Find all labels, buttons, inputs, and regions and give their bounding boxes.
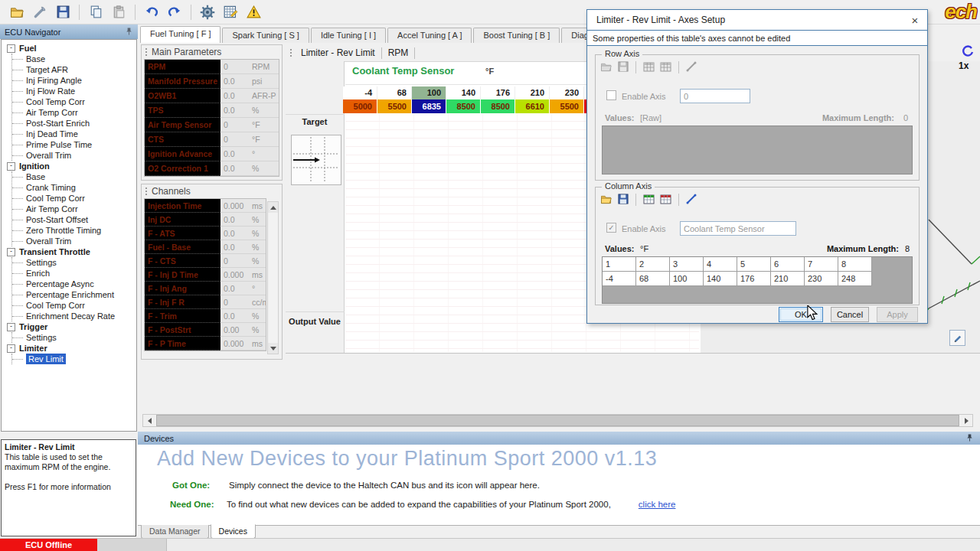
row-axis-name-input[interactable]: 0	[680, 89, 750, 103]
axis-cell-4[interactable]: -4	[603, 272, 636, 286]
paste-icon[interactable]	[109, 3, 128, 21]
axis-cell-5[interactable]: 5	[737, 257, 771, 272]
interpolate-icon[interactable]	[686, 61, 697, 73]
scrollbar-thumb[interactable]	[156, 415, 959, 426]
tree-item-inj-firing-angle[interactable]: Inj Firing Angle	[12, 75, 136, 86]
delete-column-icon[interactable]	[660, 194, 671, 206]
copy-icon[interactable]	[87, 3, 105, 21]
tab-spark-tuning-s[interactable]: Spark Tuning [ S ]	[222, 28, 309, 43]
tree-node-ignition[interactable]: -Ignition	[2, 161, 136, 171]
scroll-left-icon[interactable]	[143, 415, 155, 426]
axis-cell-7[interactable]: 7	[805, 257, 838, 272]
tree-item-overall-trim[interactable]: Overall Trim	[12, 150, 136, 161]
tab-rpm[interactable]: RPM	[388, 47, 409, 58]
grid-cell-100[interactable]: 6835	[412, 99, 446, 113]
connect-icon[interactable]	[31, 3, 49, 21]
axis-cell-100[interactable]: 100	[670, 272, 704, 286]
axis-cell-140[interactable]: 140	[704, 272, 737, 286]
tab-boost-tuning-b[interactable]: Boost Tuning [ B ]	[473, 28, 560, 43]
axis-cell-230[interactable]: 230	[805, 272, 838, 286]
warning-icon[interactable]	[244, 3, 263, 21]
close-icon[interactable]: ×	[907, 12, 923, 28]
tree-item-cool-temp-corr[interactable]: Cool Temp Corr	[12, 193, 136, 204]
load-axis-icon[interactable]	[600, 62, 612, 73]
grid-cell-68[interactable]: 5500	[377, 99, 412, 113]
axis-cell-68[interactable]: 68	[636, 272, 670, 286]
grid-cell-176[interactable]: 8500	[481, 99, 515, 113]
pin-icon[interactable]	[125, 27, 133, 37]
tab-idle-tuning-i[interactable]: Idle Tuning [ I ]	[311, 28, 386, 43]
settings-gear-icon[interactable]	[198, 3, 217, 21]
tree-item-inj-dead-time[interactable]: Inj Dead Time	[12, 129, 136, 139]
tree-item-settings[interactable]: Settings	[12, 332, 136, 343]
tree-item-overall-trim[interactable]: Overall Trim	[12, 236, 136, 246]
refresh-icon[interactable]	[962, 45, 974, 59]
horizontal-scrollbar[interactable]	[142, 414, 973, 427]
tree-item-enrich[interactable]: Enrich	[12, 268, 136, 279]
scroll-right-icon[interactable]	[960, 415, 972, 426]
grid-header-140[interactable]: 140	[446, 86, 481, 99]
dock-tab-data-manager[interactable]: Data Manager	[141, 525, 209, 539]
axis-cell-176[interactable]: 176	[737, 272, 771, 286]
insert-column-icon[interactable]	[643, 62, 655, 73]
pin-icon[interactable]	[965, 433, 974, 444]
column-axis-name-input[interactable]: Coolant Temp Sensor	[680, 221, 796, 236]
grid-cell-210[interactable]: 6610	[515, 99, 550, 113]
tree-item-percentage-enrichment[interactable]: Percentage Enrichment	[12, 289, 136, 300]
collapse-icon[interactable]: -	[7, 344, 15, 353]
column-axis-enable-checkbox[interactable]: ✓	[606, 223, 616, 233]
grid-header-176[interactable]: 176	[481, 86, 515, 99]
click-here-link[interactable]: click here	[639, 500, 676, 509]
drag-handle[interactable]	[145, 187, 148, 196]
channels-scrollbar[interactable]	[267, 201, 279, 354]
tree-item-percentage-async[interactable]: Percentage Async	[12, 279, 136, 289]
redo-icon[interactable]	[165, 3, 184, 21]
tree-item-cool-temp-corr[interactable]: Cool Temp Corr	[12, 96, 136, 107]
tree-item-post-start-offset[interactable]: Post-Start Offset	[12, 214, 136, 225]
tree-item-zero-throttle-timing[interactable]: Zero Throttle Timing	[12, 225, 136, 236]
tree-node-transient-throttle[interactable]: -Transient Throttle	[2, 246, 136, 257]
tree-item-rev-limit[interactable]: Rev Limit	[26, 354, 66, 364]
delete-column-icon[interactable]	[660, 62, 671, 73]
cancel-button[interactable]: Cancel	[831, 307, 869, 322]
save-axis-icon[interactable]	[618, 194, 629, 206]
grid-header-100[interactable]: 100	[412, 86, 446, 99]
tree-node-limiter[interactable]: -Limiter	[2, 343, 136, 354]
collapse-icon[interactable]: -	[7, 323, 15, 331]
axis-cell-6[interactable]: 6	[771, 257, 805, 272]
map-edit-button[interactable]	[949, 330, 965, 346]
scroll-down-icon[interactable]	[268, 343, 278, 354]
tab-fuel-tuning-f[interactable]: Fuel Tuning [ F ]	[140, 26, 220, 43]
open-file-icon[interactable]	[8, 3, 26, 21]
tree-item-base[interactable]: Base	[12, 54, 136, 64]
load-axis-icon[interactable]	[600, 194, 612, 206]
grid-cell-230[interactable]: 5500	[550, 99, 584, 113]
dock-tab-devices[interactable]: Devices	[211, 524, 256, 539]
table-edit-icon[interactable]	[221, 3, 240, 21]
grid-header-230[interactable]: 230	[550, 86, 584, 99]
tree-item-settings[interactable]: Settings	[12, 257, 136, 268]
tree-item-air-temp-corr[interactable]: Air Temp Corr	[12, 204, 136, 214]
tree-item-air-temp-corr[interactable]: Air Temp Corr	[12, 107, 136, 118]
apply-button[interactable]: Apply	[877, 307, 918, 322]
collapse-icon[interactable]: -	[7, 248, 15, 256]
grid-header-68[interactable]: 68	[377, 86, 412, 99]
row-axis-enable-checkbox[interactable]	[606, 90, 616, 100]
column-axis-table[interactable]: 12345678-468100140176210230248	[603, 257, 872, 286]
axis-cell-3[interactable]: 3	[670, 257, 704, 272]
tree-item-enrichment-decay-rate[interactable]: Enrichment Decay Rate	[12, 311, 136, 321]
axis-cell-8[interactable]: 8	[838, 257, 872, 272]
grid-cell--4[interactable]: 5000	[343, 99, 377, 113]
scroll-up-icon[interactable]	[268, 202, 278, 213]
tree-item-inj-flow-rate[interactable]: Inj Flow Rate	[12, 86, 136, 96]
tree-item-post-start-enrich[interactable]: Post-Start Enrich	[12, 118, 136, 129]
axis-cell-4[interactable]: 4	[704, 257, 737, 272]
tree-item-crank-timing[interactable]: Crank Timing	[12, 182, 136, 193]
tree-node-trigger[interactable]: -Trigger	[2, 321, 136, 332]
axis-cell-210[interactable]: 210	[771, 272, 805, 286]
collapse-icon[interactable]: -	[7, 162, 15, 171]
undo-icon[interactable]	[142, 3, 161, 21]
tree-item-target-afr[interactable]: Target AFR	[12, 64, 136, 75]
grid-cell-140[interactable]: 8500	[446, 99, 481, 113]
drag-handle[interactable]	[145, 47, 148, 57]
